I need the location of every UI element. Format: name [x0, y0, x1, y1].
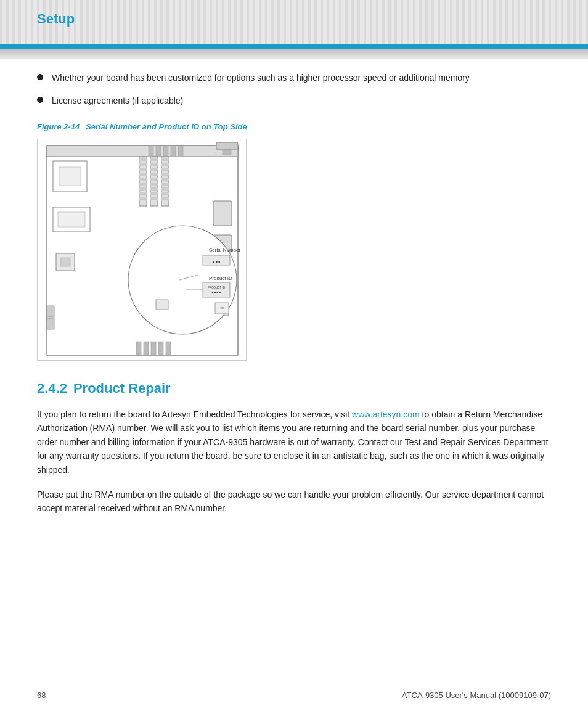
bullet-dot	[37, 74, 43, 80]
header-title: Setup	[37, 11, 75, 27]
svg-rect-4	[163, 146, 168, 157]
svg-rect-10	[59, 167, 81, 186]
svg-rect-41	[161, 158, 169, 161]
svg-rect-3	[156, 146, 161, 157]
footer: 68 ATCA-9305 User's Manual (10009109-07)	[0, 684, 588, 706]
svg-rect-38	[150, 192, 158, 195]
svg-rect-35	[150, 178, 158, 181]
svg-rect-44	[161, 173, 169, 176]
bullet-dot	[37, 97, 43, 103]
section-number: 2.4.2	[37, 380, 67, 396]
svg-rect-8	[223, 150, 231, 155]
svg-rect-37	[150, 187, 158, 191]
footer-page-number: 68	[37, 691, 46, 700]
bullet-list: Whether your board has been customized f…	[37, 72, 551, 107]
section-title: Product Repair	[73, 380, 171, 396]
svg-rect-53	[151, 342, 156, 355]
svg-rect-34	[150, 173, 158, 176]
svg-rect-45	[161, 178, 169, 181]
svg-rect-12	[58, 212, 85, 227]
bullet-text-2: License agreements (if applicable)	[52, 94, 183, 107]
svg-text:Serial Number: Serial Number	[209, 247, 240, 253]
figure-caption: Figure 2-14 Serial Number and Product ID…	[37, 122, 551, 131]
main-content: Whether your board has been customized f…	[0, 59, 588, 564]
bullet-text-1: Whether your board has been customized f…	[52, 72, 470, 84]
svg-rect-6	[178, 146, 183, 157]
svg-rect-39	[150, 197, 158, 200]
svg-rect-54	[158, 342, 163, 355]
svg-rect-2	[149, 146, 153, 157]
svg-rect-21	[139, 158, 147, 161]
svg-rect-66	[156, 300, 168, 310]
figure-caption-text: Serial Number and Product ID on Top Side	[86, 122, 247, 131]
svg-rect-49	[161, 197, 169, 200]
svg-rect-16	[47, 318, 54, 329]
svg-rect-55	[166, 342, 171, 355]
header-blue-bar	[0, 44, 588, 49]
svg-rect-15	[47, 306, 54, 317]
svg-rect-25	[139, 178, 147, 181]
svg-rect-52	[144, 342, 149, 355]
svg-rect-1	[47, 146, 238, 157]
svg-rect-29	[139, 197, 147, 200]
header-gray-bar	[0, 49, 588, 59]
svg-rect-60	[203, 282, 230, 297]
svg-text:■ ■ ■ ■: ■ ■ ■ ■	[212, 291, 221, 294]
svg-rect-7	[216, 142, 238, 150]
paragraph-2: Please put the RMA number on the outside…	[37, 488, 551, 515]
svg-rect-36	[150, 183, 158, 186]
pcb-diagram: ■ ■ ■ Serial Number PRODUCT ID ■ ■ ■ ■ P…	[38, 139, 247, 361]
svg-text:SN: SN	[220, 306, 224, 310]
svg-text:■ ■ ■: ■ ■ ■	[213, 260, 220, 263]
svg-text:Product ID: Product ID	[209, 276, 232, 281]
svg-rect-23	[139, 168, 147, 171]
figure-caption-label: Figure 2-14	[37, 122, 80, 131]
svg-rect-42	[161, 163, 169, 166]
svg-rect-5	[171, 146, 176, 157]
figure-container: ■ ■ ■ Serial Number PRODUCT ID ■ ■ ■ ■ P…	[37, 139, 247, 361]
svg-rect-51	[136, 342, 141, 355]
svg-rect-43	[161, 168, 169, 171]
svg-rect-33	[150, 168, 158, 171]
svg-rect-26	[139, 183, 147, 186]
list-item: License agreements (if applicable)	[37, 94, 551, 107]
header-pattern: Setup	[0, 0, 588, 44]
svg-rect-17	[213, 201, 232, 226]
list-item: Whether your board has been customized f…	[37, 72, 551, 84]
svg-rect-22	[139, 163, 147, 166]
svg-rect-46	[161, 183, 169, 186]
svg-rect-28	[139, 192, 147, 195]
para-1-text-before-link: If you plan to return the board to Artes…	[37, 409, 352, 419]
svg-rect-48	[161, 192, 169, 195]
paragraph-1: If you plan to return the board to Artes…	[37, 408, 551, 477]
svg-rect-32	[150, 163, 158, 166]
footer-document-title: ATCA-9305 User's Manual (10009109-07)	[402, 691, 551, 700]
artesyn-link[interactable]: www.artesyn.com	[352, 409, 420, 419]
svg-rect-24	[139, 173, 147, 176]
svg-rect-31	[150, 158, 158, 161]
svg-text:PRODUCT ID: PRODUCT ID	[208, 286, 226, 289]
svg-rect-27	[139, 187, 147, 191]
svg-rect-14	[60, 258, 70, 266]
section-heading: 2.4.2 Product Repair	[37, 380, 551, 396]
svg-rect-47	[161, 187, 169, 191]
